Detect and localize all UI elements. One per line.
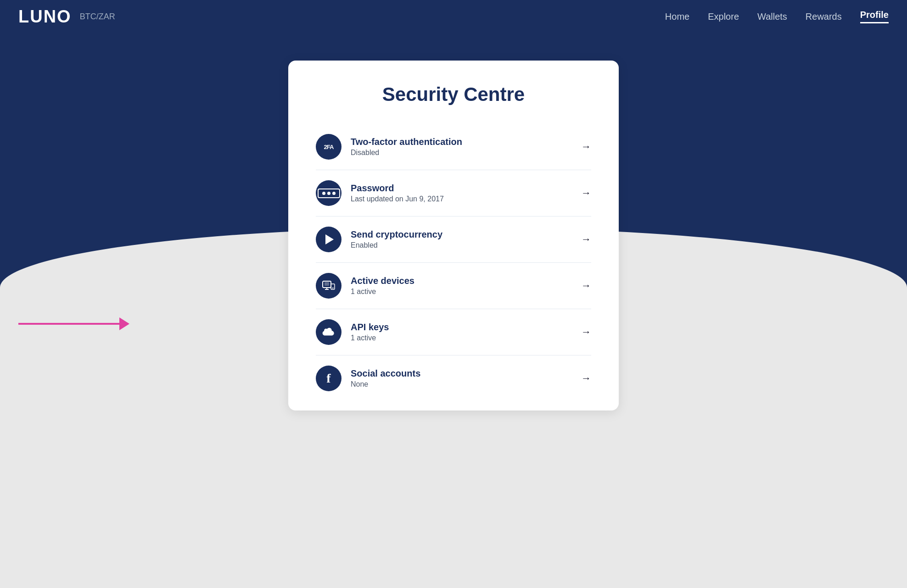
security-item-social-accounts[interactable]: f Social accounts None → — [316, 355, 591, 401]
nav-profile[interactable]: Profile — [860, 10, 889, 23]
item-title-2fa: Two-factor authentication — [351, 137, 572, 147]
security-item-api-keys[interactable]: API keys 1 active → — [316, 309, 591, 355]
item-title-api-keys: API keys — [351, 322, 572, 333]
arrow-icon-api-keys: → — [581, 326, 591, 338]
item-content-send-crypto: Send cryptocurrency Enabled — [351, 229, 572, 250]
svg-rect-1 — [325, 282, 329, 286]
security-item-password[interactable]: Password Last updated on Jun 9, 2017 → — [316, 170, 591, 216]
item-title-social-accounts: Social accounts — [351, 368, 572, 379]
icon-active-devices — [316, 273, 342, 299]
security-centre-card: Security Centre 2FA Two-factor authentic… — [288, 61, 619, 410]
arrow-line — [18, 323, 119, 325]
arrow-icon-social-accounts: → — [581, 372, 591, 384]
item-content-2fa: Two-factor authentication Disabled — [351, 137, 572, 157]
arrow-annotation — [18, 317, 129, 330]
nav-wallets[interactable]: Wallets — [757, 11, 787, 22]
item-title-send-crypto: Send cryptocurrency — [351, 229, 572, 240]
icon-2fa: 2FA — [316, 134, 342, 160]
item-subtitle-send-crypto: Enabled — [351, 241, 572, 250]
item-subtitle-2fa: Disabled — [351, 149, 572, 157]
arrow-icon-2fa: → — [581, 141, 591, 153]
arrow-icon-password: → — [581, 187, 591, 199]
item-subtitle-api-keys: 1 active — [351, 334, 572, 342]
item-subtitle-active-devices: 1 active — [351, 288, 572, 296]
item-content-password: Password Last updated on Jun 9, 2017 — [351, 183, 572, 203]
nav-rewards[interactable]: Rewards — [806, 11, 842, 22]
navigation: LUNO BTC/ZAR Home Explore Wallets Reward… — [0, 0, 907, 33]
trading-pair: BTC/ZAR — [80, 12, 115, 22]
icon-password — [316, 180, 342, 206]
page-background: Security Centre 2FA Two-factor authentic… — [0, 33, 907, 588]
item-title-password: Password — [351, 183, 572, 194]
nav-explore[interactable]: Explore — [708, 11, 739, 22]
arrow-icon-send-crypto: → — [581, 233, 591, 245]
item-content-api-keys: API keys 1 active — [351, 322, 572, 342]
logo-text: LUNO — [18, 7, 72, 27]
icon-api-keys — [316, 319, 342, 345]
item-content-social-accounts: Social accounts None — [351, 368, 572, 388]
security-item-active-devices[interactable]: Active devices 1 active → — [316, 263, 591, 309]
security-item-send-crypto[interactable]: Send cryptocurrency Enabled → — [316, 216, 591, 263]
nav-home[interactable]: Home — [665, 11, 689, 22]
arrow-head — [119, 317, 129, 330]
item-subtitle-password: Last updated on Jun 9, 2017 — [351, 195, 572, 203]
icon-social-accounts: f — [316, 366, 342, 391]
logo-area: LUNO BTC/ZAR — [18, 7, 115, 27]
icon-send-crypto — [316, 227, 342, 252]
nav-links: Home Explore Wallets Rewards Profile — [665, 10, 889, 23]
svg-rect-4 — [331, 284, 335, 289]
page-title: Security Centre — [316, 83, 591, 105]
item-title-active-devices: Active devices — [351, 276, 572, 286]
security-item-2fa[interactable]: 2FA Two-factor authentication Disabled → — [316, 124, 591, 170]
item-subtitle-social-accounts: None — [351, 380, 572, 388]
arrow-icon-active-devices: → — [581, 280, 591, 292]
item-content-active-devices: Active devices 1 active — [351, 276, 572, 296]
